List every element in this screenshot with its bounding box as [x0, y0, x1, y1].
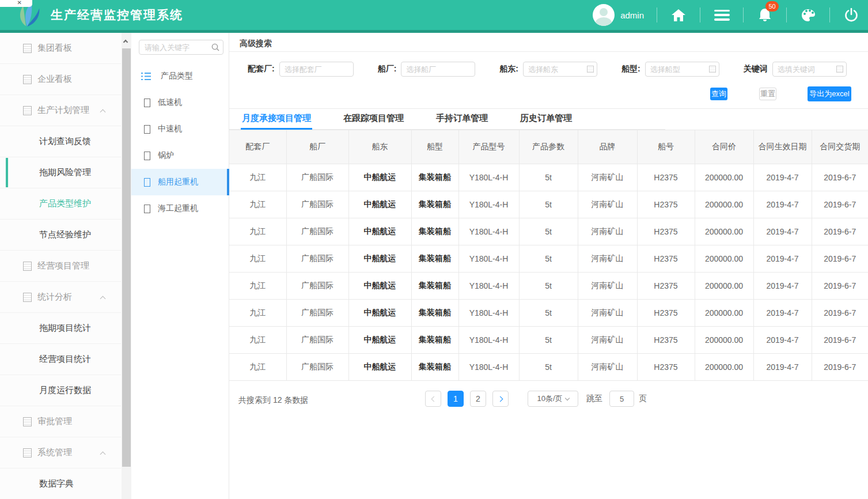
list-icon: [141, 72, 151, 81]
sidebar-item[interactable]: 月度运行数据: [0, 375, 121, 406]
table-cell: 河南矿山: [578, 218, 637, 245]
placeholder-glyph-icon: [23, 106, 32, 115]
product-type-tree: 产品类型 低速机中速机锅炉船用起重机海工起重机: [131, 63, 229, 222]
sidebar-item[interactable]: 经营项目统计: [0, 344, 121, 375]
sidebar-item-label: 统计分析: [37, 292, 72, 303]
table-row: 九江广船国际中船航运集装箱船Y180L-4-H5t河南矿山H2375200000…: [229, 300, 868, 327]
home-icon[interactable]: [670, 6, 687, 24]
placeholder-glyph-icon: [144, 152, 150, 160]
sidebar-item[interactable]: 节点经验维护: [0, 220, 121, 251]
export-excel-button[interactable]: 导出为excel: [808, 86, 851, 101]
table-cell: 5t: [519, 273, 578, 300]
next-page-button[interactable]: [492, 391, 509, 407]
sidebar-item[interactable]: 统计分析: [0, 282, 121, 313]
tree-root-label: 产品类型: [161, 71, 193, 81]
sidebar-scrollbar[interactable]: [122, 33, 131, 499]
logout-power-icon[interactable]: [843, 6, 860, 24]
tree-item[interactable]: 锅炉: [131, 142, 229, 169]
chevron-down-icon: [564, 395, 569, 400]
table-cell: 2019-6-7: [812, 327, 868, 354]
tree-item[interactable]: 低速机: [131, 89, 229, 116]
page-size-select[interactable]: 10条/页: [528, 391, 578, 407]
table-cell: 中船航运: [348, 300, 411, 327]
tree-item[interactable]: 海工起重机: [131, 195, 229, 222]
search-field-input[interactable]: [523, 62, 597, 77]
top-header: 生产经营监控管理系统 admin 50: [0, 0, 868, 33]
table-cell: 广船国际: [286, 300, 348, 327]
search-field: 船厂:: [378, 62, 476, 77]
user-menu[interactable]: admin: [593, 4, 644, 26]
chevron-up-icon: [100, 109, 106, 115]
tree-item-label: 船用起重机: [158, 177, 198, 187]
table-cell: 广船国际: [286, 273, 348, 300]
sidebar-item-label: 经营项目管理: [37, 260, 89, 271]
tree-search-input[interactable]: [139, 40, 223, 55]
sidebar-item[interactable]: 审批管理: [0, 406, 121, 437]
sidebar-item[interactable]: 经营项目管理: [0, 251, 121, 282]
query-button[interactable]: 查询: [710, 88, 727, 100]
tree-root[interactable]: 产品类型: [131, 63, 229, 89]
main-content: 高级搜索 配套厂:船厂:船东:船型:关键词 查询 重置 导出为excel 月度承…: [229, 33, 868, 499]
tree-item[interactable]: 中速机: [131, 116, 229, 142]
table-cell: Y180L-4-H: [458, 191, 519, 218]
jump-to-label: 跳至: [586, 394, 602, 404]
search-field-input[interactable]: [772, 62, 847, 77]
window-corner-remnant: ✕: [0, 0, 32, 7]
table-cell: 九江: [229, 327, 286, 354]
menu-icon[interactable]: [713, 6, 730, 24]
advanced-search-actions: 查询 重置 导出为excel: [229, 85, 868, 109]
table-cell: 200000.00: [695, 300, 753, 327]
search-field-input[interactable]: [401, 62, 475, 77]
placeholder-glyph-icon: [144, 178, 150, 187]
page-number-button[interactable]: 1: [448, 391, 464, 407]
table-cell: 广船国际: [286, 191, 348, 218]
sidebar-item[interactable]: 企业看板: [0, 64, 121, 95]
table-cell: Y180L-4-H: [458, 273, 519, 300]
scroll-up-icon[interactable]: [123, 40, 128, 44]
table-cell: 中船航运: [348, 354, 411, 381]
sidebar-item[interactable]: 生产计划管理: [0, 95, 121, 126]
sidebar-item-label: 节点经验维护: [39, 229, 91, 240]
tab-active[interactable]: 月度承接项目管理: [242, 109, 311, 130]
theme-palette-icon[interactable]: [799, 6, 817, 24]
search-field: 船东:: [499, 62, 597, 77]
table-cell: 九江: [229, 300, 286, 327]
sidebar-item[interactable]: 计划查询反馈: [0, 126, 121, 157]
search-field-input[interactable]: [279, 62, 354, 77]
sidebar-item[interactable]: 产品类型维护: [0, 188, 121, 220]
search-field-label: 关键词: [744, 64, 768, 74]
sidebar-item[interactable]: 数据字典: [0, 468, 121, 499]
page-number-button[interactable]: 2: [470, 391, 486, 407]
divider: [700, 7, 700, 22]
table-cell: H2375: [637, 164, 695, 191]
sidebar-item-label: 数据字典: [39, 478, 74, 489]
tab-item[interactable]: 历史订单管理: [520, 109, 572, 130]
table-cell: 2019-4-7: [753, 327, 812, 354]
prev-page-button[interactable]: [425, 391, 441, 407]
search-field-label: 船厂:: [378, 64, 397, 74]
scrollbar-thumb[interactable]: [122, 48, 131, 467]
active-marker: [6, 158, 8, 187]
table-cell: 2019-4-7: [753, 273, 812, 300]
jump-page-input[interactable]: [609, 391, 634, 407]
table-cell: 5t: [519, 354, 578, 381]
reset-button[interactable]: 重置: [759, 88, 776, 100]
sidebar-item-label: 审批管理: [37, 416, 72, 427]
tree-item[interactable]: 船用起重机: [131, 169, 229, 195]
table-column-header: 合同价: [695, 130, 753, 164]
table-cell: 200000.00: [695, 164, 753, 191]
table-cell: 2019-4-7: [753, 300, 812, 327]
search-field-input[interactable]: [645, 62, 719, 77]
table-column-header: 品牌: [578, 130, 637, 164]
table-cell: H2375: [637, 245, 695, 273]
notification-bell-icon[interactable]: 50: [756, 6, 774, 24]
table-cell: H2375: [637, 273, 695, 300]
sidebar-item-label: 拖期风险管理: [39, 167, 91, 178]
tab-item[interactable]: 在跟踪项目管理: [343, 109, 404, 130]
sidebar-item[interactable]: 拖期项目统计: [0, 313, 121, 344]
sidebar-item[interactable]: 集团看板: [0, 33, 121, 64]
table-cell: 200000.00: [695, 273, 753, 300]
tab-item[interactable]: 手持订单管理: [436, 109, 488, 130]
sidebar-item[interactable]: 拖期风险管理: [0, 157, 121, 188]
sidebar-item[interactable]: 系统管理: [0, 437, 121, 468]
